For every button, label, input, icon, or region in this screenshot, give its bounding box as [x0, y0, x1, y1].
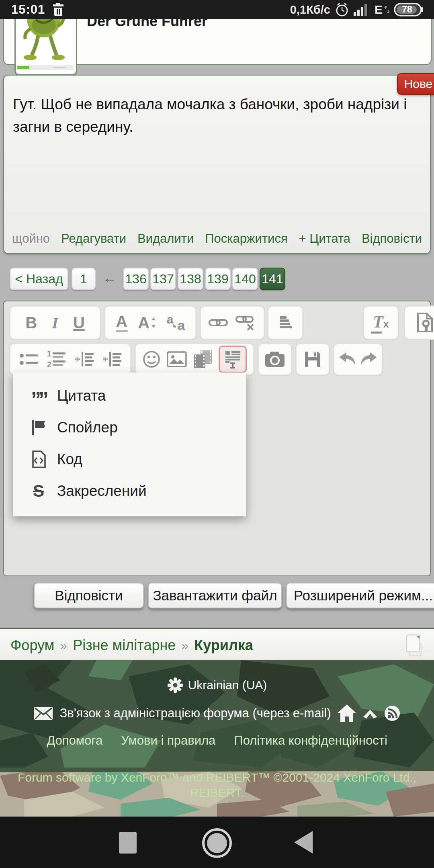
- language-selector-label[interactable]: Ukrainian (UA): [188, 678, 267, 692]
- android-status-bar: 15:01 0,1Кб/с E: [0, 0, 434, 19]
- pagination-page-137[interactable]: 137: [150, 268, 176, 290]
- remove-format-icon[interactable]: Tx: [371, 312, 391, 334]
- android-nav-bar: [0, 817, 434, 868]
- network-type-text: E: [375, 3, 383, 16]
- terms-link[interactable]: Умови і правила: [121, 733, 215, 748]
- font-color-button[interactable]: A: [116, 314, 128, 332]
- language-row[interactable]: Ukrainian (UA): [0, 676, 434, 694]
- toolbar-group-link: [200, 306, 264, 340]
- delete-link[interactable]: Видалити: [137, 231, 194, 246]
- footer: Ukrainian (UA) Зв'язок з адміністрацією …: [0, 660, 434, 768]
- rss-icon[interactable]: [384, 705, 400, 721]
- battery-indicator: 78: [394, 2, 424, 17]
- toolbar-group-align: [268, 306, 303, 340]
- envelope-icon: [34, 706, 53, 720]
- dropdown-label: Закреслений: [57, 483, 147, 500]
- home-button[interactable]: [201, 827, 233, 859]
- pagination-page-1[interactable]: 1: [72, 268, 96, 290]
- battery-percent-text: 78: [394, 4, 420, 15]
- clock-text: 15:01: [11, 2, 45, 17]
- code-icon: [31, 450, 46, 468]
- bullet-list-icon[interactable]: [19, 352, 38, 366]
- pagination-back-button[interactable]: < Назад: [10, 268, 68, 290]
- pagination-page-136[interactable]: 136: [123, 268, 149, 290]
- quote-link[interactable]: + Цитата: [299, 231, 350, 246]
- bold-button[interactable]: B: [25, 314, 37, 332]
- report-link[interactable]: Поскаржитися: [205, 231, 288, 246]
- toolbar-group-source: [404, 306, 434, 340]
- dropdown-item-quote[interactable]: ”” Цитата: [13, 380, 246, 411]
- copyright-text-line1: Forum software by XenForo™ and REIBERT™ …: [0, 771, 434, 784]
- toolbar-group-lists: 1 2: [10, 343, 131, 375]
- font-size-button[interactable]: A: [138, 314, 156, 332]
- toolbar-group-camera: [258, 343, 292, 375]
- contact-admin-link[interactable]: Зв'язок з адміністрацією форума (через e…: [59, 706, 331, 721]
- new-post-badge: Нове: [397, 73, 434, 95]
- underline-button[interactable]: U: [73, 314, 85, 332]
- redo-icon[interactable]: [360, 352, 378, 366]
- smiley-icon[interactable]: [142, 350, 161, 368]
- save-draft-icon[interactable]: [303, 350, 322, 368]
- format-blocks-dropdown: ”” Цитата Спойлер: [13, 373, 246, 516]
- insert-media-icon[interactable]: [193, 350, 213, 369]
- breadcrumb-forum[interactable]: Форум: [10, 637, 54, 654]
- toolbar-group-save: [296, 343, 330, 375]
- data-arrows-icon: [384, 4, 390, 15]
- dropdown-label: Спойлер: [57, 419, 118, 436]
- breadcrumb: Форум » Різне мілітарне » Курилка: [0, 628, 434, 661]
- alignment-icon[interactable]: [278, 316, 293, 330]
- pages-copy-icon[interactable]: [403, 633, 425, 657]
- reply-link[interactable]: Відповісти: [362, 231, 422, 246]
- remove-link-icon[interactable]: [235, 315, 256, 331]
- reply-button[interactable]: Відповісти: [34, 583, 144, 608]
- home-icon[interactable]: [338, 704, 356, 722]
- indent-icon[interactable]: [103, 351, 121, 367]
- format-blocks-button-active[interactable]: [219, 346, 247, 373]
- camera-icon[interactable]: [264, 351, 285, 368]
- strikethrough-icon: S: [33, 481, 44, 501]
- upload-file-button[interactable]: Завантажити файл: [148, 583, 282, 608]
- undo-icon[interactable]: [338, 352, 356, 366]
- network-speed-text: 0,1Кб/с: [290, 3, 330, 16]
- copyright-strip: Forum software by XenForo™ and REIBERT™ …: [0, 768, 434, 817]
- breadcrumb-current-topic[interactable]: Курилка: [194, 637, 253, 654]
- advanced-mode-button[interactable]: Розширений режим...: [286, 583, 434, 608]
- italic-button[interactable]: I: [52, 313, 58, 332]
- pagination-page-139[interactable]: 139: [205, 268, 231, 290]
- insert-link-icon[interactable]: [208, 316, 228, 329]
- breadcrumb-separator: »: [60, 638, 67, 653]
- dropdown-item-code[interactable]: Код: [13, 443, 246, 475]
- pagination-page-138[interactable]: 138: [178, 268, 203, 290]
- toolbar-group-history: [334, 343, 383, 375]
- footer-links-row: Допомога Умови і правила Політика конфід…: [0, 732, 434, 749]
- pagination-page-140[interactable]: 140: [232, 268, 258, 290]
- trash-icon: [52, 3, 64, 16]
- breadcrumb-separator: »: [181, 638, 188, 653]
- back-button[interactable]: [294, 831, 313, 854]
- format-blocks-icon: [224, 350, 241, 368]
- privacy-link[interactable]: Політика конфіденційності: [234, 733, 387, 748]
- reply-editor[interactable]: B I U A A a a: [3, 301, 431, 576]
- dropdown-label: Цитата: [57, 387, 106, 404]
- toolbar-group-media: [135, 343, 254, 375]
- scroll-top-icon[interactable]: [362, 708, 378, 719]
- outdent-icon[interactable]: [75, 351, 94, 367]
- dropdown-item-strikethrough[interactable]: S Закреслений: [13, 475, 246, 507]
- text-case-button[interactable]: a a: [167, 315, 185, 331]
- pagination-page-141-current[interactable]: 141: [260, 268, 285, 290]
- edit-link[interactable]: Редагувати: [61, 231, 126, 246]
- help-link[interactable]: Допомога: [47, 733, 102, 748]
- alarm-icon: [334, 2, 350, 17]
- pagination-prev-arrow[interactable]: ←: [103, 270, 117, 286]
- insert-image-icon[interactable]: [167, 351, 187, 367]
- recents-button[interactable]: [119, 832, 137, 854]
- flag-icon: [31, 419, 46, 436]
- quote-icon: ””: [31, 395, 46, 403]
- post-actions-row: щойно Редагувати Видалити Поскаржитися +…: [12, 231, 422, 246]
- dropdown-item-spoiler[interactable]: Спойлер: [13, 411, 246, 443]
- breadcrumb-category[interactable]: Різне мілітарне: [73, 637, 176, 654]
- page-tools-icon[interactable]: [416, 312, 434, 333]
- numbered-list-icon[interactable]: 1 2: [47, 352, 66, 367]
- gear-icon: [167, 677, 183, 693]
- post-card: Нове Гут. Щоб не випадала мочалка з бано…: [3, 75, 431, 254]
